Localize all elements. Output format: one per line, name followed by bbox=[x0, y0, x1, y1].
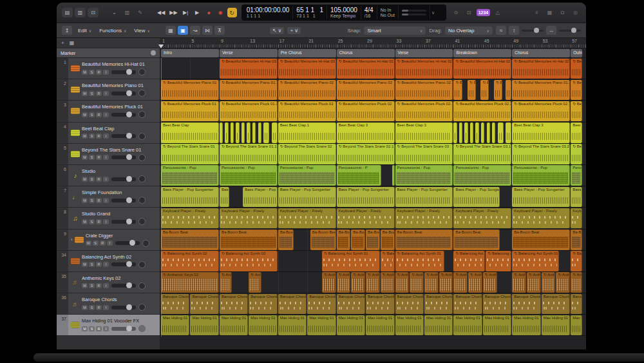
settings-icon[interactable]: ◎ bbox=[570, 8, 581, 17]
region[interactable]: Baroque Chords bbox=[220, 294, 248, 315]
region[interactable]: Max Hiding 01 V bbox=[190, 315, 218, 336]
track-header[interactable]: 37Max Hiding 01 Vocoder FXMSRI bbox=[57, 315, 160, 336]
region[interactable]: ↻ Beautiful Memories Piano 01.1 bbox=[220, 80, 278, 101]
region[interactable]: Keyboard Player - Freely bbox=[571, 208, 582, 229]
region[interactable] bbox=[487, 123, 490, 143]
input-monitoring-button[interactable]: I bbox=[103, 305, 109, 310]
track-header[interactable]: 35♬Anthemic Keys 02MSRI bbox=[57, 272, 160, 293]
volume-slider[interactable] bbox=[111, 284, 136, 288]
record-enable-button[interactable]: R bbox=[96, 112, 102, 117]
region[interactable]: ↻ Anthe bbox=[512, 272, 526, 293]
region[interactable]: Baroque Chords bbox=[278, 294, 307, 315]
mute-button[interactable]: M bbox=[82, 326, 88, 331]
solo-button[interactable]: S bbox=[89, 305, 95, 310]
region[interactable] bbox=[481, 123, 484, 143]
add-track-button[interactable]: + bbox=[61, 40, 64, 46]
region[interactable] bbox=[464, 123, 468, 143]
region[interactable]: Max Hiding 01 V bbox=[395, 315, 424, 336]
region[interactable]: ↻ Beautiful Memories Hi-Hat 02.1 bbox=[395, 59, 453, 79]
region[interactable] bbox=[263, 123, 269, 143]
section-marker[interactable]: Chorus bbox=[512, 49, 570, 57]
play-button[interactable]: ▶ bbox=[193, 8, 202, 17]
pan-knob[interactable] bbox=[138, 325, 146, 332]
region[interactable]: Max Hiding 01 V bbox=[307, 315, 336, 336]
track-header-card[interactable]: Beautiful Memories Pluck 01MSRI bbox=[68, 101, 160, 121]
grid-view-button[interactable]: ▦ bbox=[166, 26, 176, 35]
record-enable-button[interactable]: R bbox=[96, 177, 102, 182]
record-button[interactable]: ● bbox=[204, 8, 214, 17]
solo-button[interactable]: S bbox=[89, 133, 95, 139]
region[interactable] bbox=[498, 123, 504, 143]
region[interactable]: ↻ Anthe bbox=[483, 272, 497, 293]
record-enable-button[interactable]: R bbox=[96, 305, 102, 310]
pointer-tool-menu[interactable]: ↖∨ bbox=[270, 27, 285, 34]
region[interactable]: Baroque Chords bbox=[512, 294, 540, 315]
region-view-button[interactable]: ▣ bbox=[178, 26, 188, 35]
track-header[interactable]: 9›Crate DiggerMSRI bbox=[57, 230, 160, 251]
solo-button[interactable]: S bbox=[89, 177, 95, 182]
pan-knob[interactable] bbox=[138, 133, 146, 140]
volume-slider[interactable] bbox=[111, 177, 136, 181]
region[interactable]: ↻ Beautiful Memories Piano 02 bbox=[337, 80, 395, 101]
region[interactable]: Max Hiding 01 V bbox=[337, 315, 365, 336]
region[interactable]: ↻ Anthemic Keys 02 bbox=[161, 272, 219, 293]
region[interactable]: ↻ Beyond The Stars Snare 03 bbox=[395, 144, 453, 164]
input-monitoring-button[interactable]: I bbox=[103, 326, 109, 331]
region[interactable] bbox=[272, 123, 278, 143]
record-enable-button[interactable]: R bbox=[96, 155, 102, 160]
region[interactable]: ↻ Balancing Act Synth 01 bbox=[322, 251, 380, 271]
region[interactable]: ↻ Beautiful Memories Hi-Hat 03 bbox=[278, 59, 336, 79]
input-monitoring-button[interactable]: I bbox=[103, 283, 109, 288]
region[interactable]: Max Hiding 01 V bbox=[220, 315, 248, 336]
region[interactable]: Beet Beat Clap.1 bbox=[278, 123, 336, 143]
region[interactable]: Ba-Boom Beat bbox=[512, 230, 570, 250]
disclosure-icon[interactable]: › bbox=[71, 237, 73, 242]
section-marker[interactable]: Breakdown bbox=[453, 49, 511, 57]
region[interactable]: Percussionist - Pop bbox=[571, 165, 582, 186]
bar-ruler[interactable]: 159131721252933374145495357 bbox=[160, 38, 586, 48]
region[interactable]: Baroque Chords bbox=[542, 294, 570, 315]
record-enable-button[interactable]: R bbox=[96, 133, 102, 139]
lcd-chevron-icon[interactable]: ∨ bbox=[430, 10, 436, 15]
region[interactable] bbox=[252, 123, 256, 143]
pan-knob[interactable] bbox=[138, 68, 146, 75]
region[interactable]: ↻ Anthe bbox=[395, 272, 410, 293]
horizontal-zoom-icon[interactable]: ↔ bbox=[546, 26, 556, 35]
region[interactable]: Max Hiding 01 V bbox=[278, 315, 307, 336]
volume-knob[interactable] bbox=[126, 176, 132, 182]
editors-icon[interactable]: ✎ bbox=[135, 8, 146, 17]
pan-knob[interactable] bbox=[138, 111, 146, 118]
region[interactable]: ↻ Anthe bbox=[556, 272, 570, 293]
region[interactable]: Ba-Boo bbox=[278, 230, 294, 250]
region[interactable]: Percussionist - Pop bbox=[278, 165, 336, 186]
solo-button[interactable]: S bbox=[89, 155, 95, 160]
region[interactable]: ↻ Be bbox=[468, 80, 476, 101]
mute-button[interactable]: M bbox=[82, 219, 88, 224]
region[interactable]: ↻ Be bbox=[453, 80, 462, 101]
region[interactable]: Ba-Boom Beat bbox=[453, 230, 500, 250]
section-marker[interactable]: Chorus bbox=[337, 49, 395, 57]
region[interactable] bbox=[392, 165, 395, 186]
volume-slider[interactable] bbox=[111, 327, 136, 331]
volume-knob[interactable] bbox=[126, 304, 132, 310]
region[interactable]: ↻ Balancing Ac bbox=[486, 251, 511, 271]
arrangement-grid[interactable]: ↻ Beautiful Memories Hi-Hat 03.1↻ Beauti… bbox=[160, 58, 586, 337]
track-header-card[interactable]: Balancing Act Synth 02MSRI bbox=[68, 251, 160, 271]
region[interactable]: Ba-Boom Beat bbox=[220, 230, 278, 250]
region[interactable]: ↻ Beyond The Stars Snare 03.2 bbox=[512, 144, 570, 164]
region[interactable]: Baroque Chords bbox=[453, 294, 482, 315]
region[interactable]: ↻ Beautiful Memories Pluck 02.2 bbox=[453, 101, 511, 122]
region[interactable]: Percussionist - P bbox=[337, 165, 381, 186]
region[interactable]: Beet Beat Clap 3 bbox=[395, 123, 453, 143]
region[interactable]: Beet Beat Clap 3 bbox=[337, 123, 395, 143]
horizontal-zoom-slider[interactable] bbox=[559, 30, 581, 32]
region[interactable]: ↻ Anthe bbox=[453, 272, 468, 293]
track-header[interactable]: 8♫Studio GrandMSRI bbox=[57, 208, 160, 229]
region[interactable]: Baroque Chords bbox=[337, 294, 365, 315]
region[interactable]: Keyboard Player - Freely bbox=[337, 208, 395, 229]
region[interactable]: Beet Beat Clap 4 bbox=[571, 123, 582, 143]
mute-button[interactable]: M bbox=[82, 283, 88, 288]
region[interactable]: ↻ Anthe bbox=[410, 272, 424, 293]
track-header[interactable]: 34Balancing Act Synth 02MSRI bbox=[57, 251, 160, 272]
input-monitoring-button[interactable]: I bbox=[103, 198, 109, 203]
